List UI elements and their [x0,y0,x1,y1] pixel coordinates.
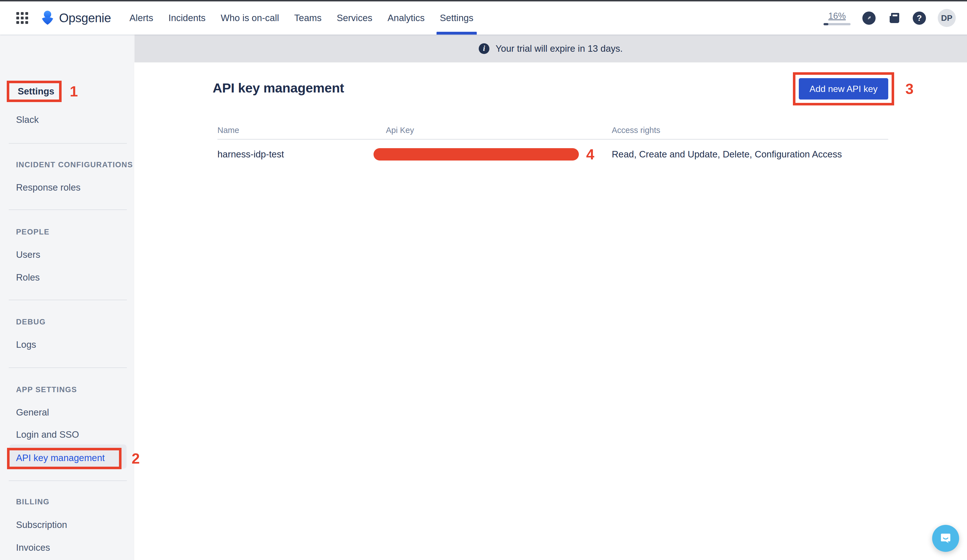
trial-banner: i Your trial will expire in 13 days. [134,35,967,63]
api-key-name-cell: harness-idp-test [218,149,373,160]
annotation-box-1-settings [7,81,62,102]
api-keys-table-header: Name Api Key Access rights [218,126,888,140]
sidebar-item-invoices[interactable]: Invoices [16,540,50,555]
annotation-label-4: 4 [586,146,594,163]
nav-services[interactable]: Services [335,2,373,35]
trial-usage-progressbar [823,23,851,25]
main-content: API key management Add new API key 3 Nam… [134,63,967,560]
help-glyph: ? [917,13,922,23]
column-header-access-rights: Access rights [612,126,888,135]
trial-usage-indicator[interactable]: 16% [823,11,851,25]
explore-compass-icon[interactable] [862,12,876,25]
help-icon[interactable]: ? [913,12,926,25]
whats-new-newspaper-icon[interactable] [888,11,901,25]
add-new-api-key-button[interactable]: Add new API key [799,78,888,99]
app-switcher-icon[interactable] [17,12,28,24]
annotation-box-2-api-key-management [7,448,122,469]
page-header-row: API key management Add new API key 3 [218,72,888,105]
sidebar-item-roles[interactable]: Roles [16,270,40,285]
sidebar-divider [9,143,127,144]
chat-bubble-icon [939,531,953,545]
column-header-name: Name [218,126,373,135]
opsgenie-logo[interactable]: Opsgenie [40,10,111,26]
sidebar-item-response-roles[interactable]: Response roles [16,180,81,195]
opsgenie-logo-icon [40,10,56,26]
sidebar-header-debug: DEBUG [16,318,46,326]
nav-incidents[interactable]: Incidents [167,2,207,35]
sidebar-divider [9,367,127,368]
sidebar-divider [9,481,127,481]
nav-analytics[interactable]: Analytics [386,2,426,35]
info-icon: i [479,43,489,54]
nav-teams[interactable]: Teams [293,2,323,35]
user-avatar[interactable]: DP [938,9,956,27]
sidebar-item-subscription[interactable]: Subscription [16,517,67,533]
annotation-label-1: 1 [70,83,78,100]
product-name: Opsgenie [59,11,111,25]
sidebar-header-people: PEOPLE [16,228,50,236]
sidebar-divider [9,209,127,210]
column-header-api-key: Api Key [373,126,612,135]
api-key-value-cell: 4 [373,146,612,163]
nav-alerts[interactable]: Alerts [128,2,154,35]
annotation-label-3: 3 [905,81,914,97]
sidebar-header-billing: BILLING [16,497,50,506]
api-keys-table: Name Api Key Access rights harness-idp-t… [218,126,888,163]
annotation-box-3-add-button: Add new API key 3 [793,72,894,105]
sidebar-item-general[interactable]: General [16,405,49,420]
sidebar-item-login-and-sso[interactable]: Login and SSO [16,427,79,443]
header-actions: 16% ? DP [823,9,956,27]
primary-nav: Alerts Incidents Who is on-call Teams Se… [128,2,475,35]
annotation-label-2: 2 [132,450,140,467]
trial-banner-text: Your trial will expire in 13 days. [496,43,623,54]
nav-who-is-on-call[interactable]: Who is on-call [219,2,280,35]
annotation-redaction-4-api-key [373,148,579,161]
sidebar-item-users[interactable]: Users [16,247,40,263]
sidebar-header-app-settings: APP SETTINGS [16,385,77,394]
nav-settings[interactable]: Settings [439,2,475,35]
sidebar-header-incident-configurations: INCIDENT CONFIGURATIONS [16,161,133,169]
page-title: API key management [213,80,344,96]
sidebar-item-slack[interactable]: Slack [16,112,39,128]
avatar-initials: DP [941,13,952,23]
trial-usage-percent: 16% [828,11,846,21]
app-header: Opsgenie Alerts Incidents Who is on-call… [0,2,967,35]
sidebar-item-logs[interactable]: Logs [16,337,36,352]
chat-launcher-button[interactable] [932,525,959,552]
table-row: harness-idp-test 4 Read, Create and Upda… [218,146,888,163]
settings-sidebar: Settings Slack INCIDENT CONFIGURATIONS R… [0,35,134,560]
access-rights-cell: Read, Create and Update, Delete, Configu… [612,149,888,160]
sidebar-divider [9,300,127,300]
